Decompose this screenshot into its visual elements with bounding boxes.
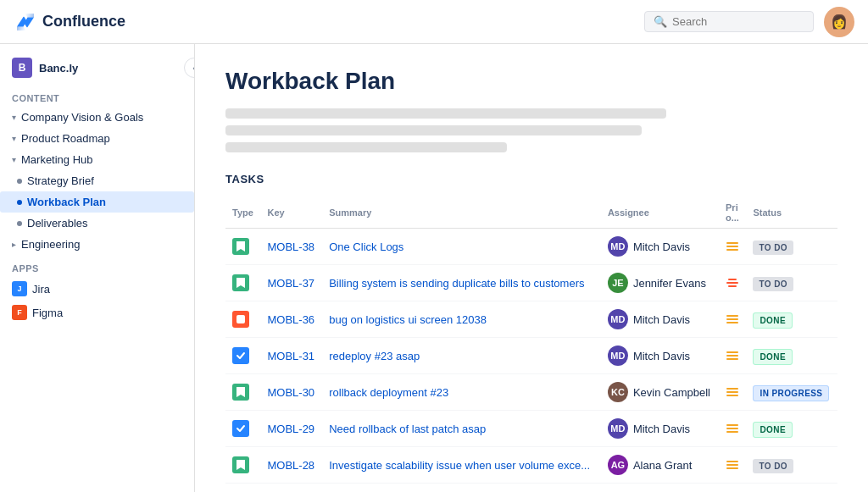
task-type-icon bbox=[232, 274, 249, 291]
task-key[interactable]: MOBL-37 bbox=[260, 265, 322, 301]
assignee-cell: MDMitch Davis bbox=[608, 418, 712, 439]
tasks-section-label: TASKS bbox=[225, 173, 837, 185]
space-icon: B bbox=[12, 58, 32, 78]
sidebar-item-strategy-brief[interactable]: Strategy Brief bbox=[0, 170, 194, 191]
col-summary: Summary bbox=[322, 197, 601, 229]
sidebar-item-deliverables[interactable]: Deliverables bbox=[0, 213, 194, 234]
task-type-icon bbox=[232, 347, 249, 364]
col-priority: Prio... bbox=[719, 197, 746, 229]
avatar: KC bbox=[608, 382, 628, 402]
task-priority bbox=[719, 411, 746, 447]
task-status: DONE bbox=[746, 301, 837, 338]
confluence-logo[interactable]: Confluence bbox=[14, 10, 125, 34]
confluence-logo-icon bbox=[14, 10, 37, 34]
assignee-name: Alana Grant bbox=[633, 459, 692, 472]
task-summary[interactable]: rollback deployment #23 bbox=[322, 374, 601, 411]
task-status: TO DO bbox=[746, 265, 837, 301]
avatar: MD bbox=[608, 236, 628, 257]
assignee-cell: MDMitch Davis bbox=[608, 309, 712, 329]
sidebar-item-figma[interactable]: F Figma bbox=[0, 301, 194, 324]
chevron-down-icon: ▾ bbox=[12, 113, 16, 122]
task-key[interactable]: MOBL-31 bbox=[260, 338, 322, 374]
sidebar-item-label: Figma bbox=[32, 307, 63, 319]
page-title: Workback Plan bbox=[225, 68, 837, 95]
sidebar-item-label: Marketing Hub bbox=[21, 153, 93, 166]
table-row: MOBL-30rollback deployment #23KCKevin Ca… bbox=[225, 374, 837, 411]
task-type-icon bbox=[232, 238, 249, 255]
task-summary[interactable]: bug on logistics ui screen 12038 bbox=[322, 301, 601, 338]
skeleton-line-3 bbox=[225, 142, 507, 152]
sidebar-space[interactable]: B Banc.ly bbox=[0, 51, 194, 85]
task-priority bbox=[719, 374, 746, 411]
status-badge: TO DO bbox=[753, 459, 793, 473]
sidebar-apps-label: APPS bbox=[0, 255, 194, 277]
status-badge: DONE bbox=[753, 312, 793, 329]
search-icon: 🔍 bbox=[654, 15, 667, 28]
sidebar-item-label: Deliverables bbox=[27, 217, 88, 229]
sidebar-item-engineering[interactable]: ▸ Engineering bbox=[0, 234, 194, 255]
task-summary[interactable]: Need rollback of last patch asap bbox=[322, 411, 601, 447]
status-badge: TO DO bbox=[753, 277, 793, 291]
sidebar-item-label: Jira bbox=[32, 283, 50, 296]
task-key[interactable]: MOBL-38 bbox=[260, 229, 322, 265]
status-badge: TO DO bbox=[753, 240, 793, 255]
task-status: TO DO bbox=[746, 229, 837, 265]
sidebar-item-label: Engineering bbox=[21, 238, 80, 251]
task-type-icon bbox=[232, 420, 249, 437]
figma-icon: F bbox=[12, 305, 27, 320]
col-key: Key bbox=[260, 197, 322, 229]
avatar: MD bbox=[608, 309, 628, 329]
assignee-name: Kevin Campbell bbox=[633, 386, 710, 399]
avatar: MD bbox=[608, 346, 628, 366]
search-bar[interactable]: 🔍 bbox=[644, 11, 814, 32]
task-priority bbox=[719, 338, 746, 374]
sidebar-item-marketing-hub[interactable]: ▾ Marketing Hub bbox=[0, 149, 194, 170]
task-type-icon bbox=[232, 311, 249, 328]
search-input[interactable] bbox=[672, 15, 804, 28]
avatar: MD bbox=[608, 418, 628, 439]
sidebar-item-product-roadmap[interactable]: ▾ Product Roadmap bbox=[0, 128, 194, 149]
assignee-cell: KCKevin Campbell bbox=[608, 382, 712, 402]
status-badge: DONE bbox=[753, 349, 793, 365]
chevron-down-icon: ▾ bbox=[12, 155, 16, 164]
status-badge: DONE bbox=[753, 422, 793, 438]
avatar: AG bbox=[608, 455, 628, 475]
assignee-cell: JEJennifer Evans bbox=[608, 273, 712, 293]
task-key[interactable]: MOBL-28 bbox=[260, 447, 322, 484]
task-summary[interactable]: Billing system is sending duplicate bill… bbox=[322, 265, 601, 301]
task-summary[interactable]: One Click Logs bbox=[322, 229, 601, 265]
assignee-cell: AGAlana Grant bbox=[608, 455, 712, 475]
sidebar-item-jira[interactable]: J Jira bbox=[0, 277, 194, 301]
sidebar: ‹ B Banc.ly CONTENT ▾ Company Vision & G… bbox=[0, 44, 195, 492]
sidebar-item-label: Company Vision & Goals bbox=[21, 111, 143, 124]
sidebar-item-label: Workback Plan bbox=[27, 196, 106, 208]
user-avatar[interactable]: 👩 bbox=[824, 7, 854, 37]
chevron-right-icon: ▾ bbox=[12, 134, 16, 143]
topnav-right: 🔍 👩 bbox=[644, 7, 854, 37]
assignee-name: Mitch Davis bbox=[633, 240, 690, 253]
bullet-icon bbox=[17, 179, 22, 184]
task-summary[interactable]: Investigate scalability issue when user … bbox=[322, 447, 601, 484]
task-status: DONE bbox=[746, 411, 837, 447]
sidebar-item-workback-plan[interactable]: Workback Plan bbox=[0, 191, 194, 213]
task-key[interactable]: MOBL-30 bbox=[260, 374, 322, 411]
sidebar-content-label: CONTENT bbox=[0, 85, 194, 107]
task-key[interactable]: MOBL-29 bbox=[260, 411, 322, 447]
assignee-name: Jennifer Evans bbox=[633, 277, 706, 290]
task-priority bbox=[719, 301, 746, 338]
col-assignee: Assignee bbox=[601, 197, 719, 229]
task-key[interactable]: MOBL-36 bbox=[260, 301, 322, 338]
table-row: MOBL-28Investigate scalability issue whe… bbox=[225, 447, 837, 484]
confluence-name: Confluence bbox=[42, 13, 125, 30]
svg-rect-1 bbox=[236, 315, 245, 323]
table-row: MOBL-38One Click LogsMDMitch DavisTO DO bbox=[225, 229, 837, 265]
task-priority bbox=[719, 229, 746, 265]
chevron-left-icon: ‹ bbox=[192, 63, 195, 73]
task-priority bbox=[719, 265, 746, 301]
task-status: DONE bbox=[746, 338, 837, 374]
sidebar-item-company-vision[interactable]: ▾ Company Vision & Goals bbox=[0, 107, 194, 128]
col-status: Status bbox=[746, 197, 837, 229]
table-row: MOBL-36bug on logistics ui screen 12038M… bbox=[225, 301, 837, 338]
assignee-name: Mitch Davis bbox=[633, 350, 690, 362]
task-summary[interactable]: redeploy #23 asap bbox=[322, 338, 601, 374]
